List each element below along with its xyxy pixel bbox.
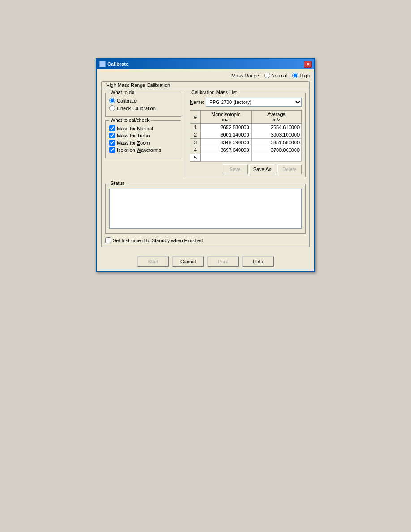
- row-5-mono[interactable]: [201, 154, 251, 162]
- tab-button[interactable]: High Mass Range Calibration: [101, 81, 310, 89]
- standby-row: Set Instrument to Standby when Finished: [105, 237, 306, 243]
- mass-turbo-text: Mass for Turbo: [117, 133, 150, 138]
- table-row: 1 2652.880000 2654.610000: [190, 124, 302, 131]
- title-bar-left: Calibrate: [99, 61, 128, 67]
- calibration-table: # Monoisotopicm/z Averagem/z 1 2652.8800…: [190, 110, 302, 162]
- row-5-avg[interactable]: [251, 154, 301, 162]
- row-3-avg[interactable]: 3351.580000: [251, 139, 301, 146]
- mass-range-label: Mass Range:: [231, 73, 261, 78]
- what-to-cal-group: What to cal/check Mass for Normal Mass f…: [105, 120, 181, 158]
- mass-normal-text: Mass for Normal: [117, 126, 153, 131]
- mass-range-radio-group: Normal High: [264, 73, 310, 78]
- mass-range-high-label[interactable]: High: [292, 73, 310, 78]
- dialog-body: Mass Range: Normal High High Mass Range …: [97, 69, 314, 252]
- row-3-num: 3: [190, 139, 201, 146]
- cal-mass-list-content: Name: PPG 2700 (factory) # Monoisotopicm…: [190, 96, 302, 174]
- what-to-do-title: What to do: [109, 90, 136, 95]
- left-panel: What to do Calibrate Check Calibration: [105, 93, 181, 181]
- mass-turbo-checkbox[interactable]: [109, 133, 115, 138]
- dialog-icon: [99, 61, 106, 67]
- help-button[interactable]: Help: [242, 256, 274, 267]
- columns: What to do Calibrate Check Calibration: [105, 93, 306, 181]
- isolation-waveforms-label[interactable]: Isolation Waveforms: [109, 147, 177, 153]
- save-as-button[interactable]: Save As: [249, 164, 275, 174]
- row-5-num: 5: [190, 154, 201, 162]
- status-textarea[interactable]: [109, 189, 302, 229]
- isolation-waveforms-text: Isolation Waveforms: [117, 147, 161, 153]
- name-select[interactable]: PPG 2700 (factory): [206, 98, 302, 107]
- row-2-mono[interactable]: 3001.140000: [201, 131, 251, 139]
- standby-label: Set Instrument to Standby when Finished: [113, 238, 203, 243]
- calibrate-text: Calibrate: [117, 98, 137, 103]
- what-to-do-group: What to do Calibrate Check Calibration: [105, 93, 181, 117]
- calibrate-radio[interactable]: [109, 98, 115, 103]
- status-title: Status: [109, 180, 126, 186]
- mass-normal-checkbox[interactable]: [109, 125, 115, 131]
- cal-mass-list-title: Calibration Mass List: [190, 90, 238, 95]
- col-num-header: #: [190, 111, 201, 124]
- mass-range-row: Mass Range: Normal High: [101, 73, 310, 78]
- name-row: Name: PPG 2700 (factory): [190, 98, 302, 107]
- close-button[interactable]: ✕: [304, 61, 312, 68]
- mass-range-high-text: High: [300, 73, 310, 78]
- cal-mass-list-group: Calibration Mass List Name: PPG 2700 (fa…: [186, 93, 306, 177]
- delete-button[interactable]: Delete: [277, 164, 302, 174]
- mass-normal-label[interactable]: Mass for Normal: [109, 125, 177, 131]
- calibrate-radio-label[interactable]: Calibrate: [109, 98, 177, 103]
- mass-zoom-checkbox[interactable]: [109, 140, 115, 146]
- isolation-waveforms-checkbox[interactable]: [109, 147, 115, 153]
- table-row: 4 3697.640000 3700.060000: [190, 146, 302, 154]
- row-4-mono[interactable]: 3697.640000: [201, 146, 251, 154]
- row-2-num: 2: [190, 131, 201, 139]
- main-content: What to do Calibrate Check Calibration: [101, 89, 310, 247]
- what-to-cal-title: What to cal/check: [109, 117, 151, 123]
- what-to-cal-content: Mass for Normal Mass for Turbo Mass for …: [109, 124, 177, 153]
- table-row: 2 3001.140000 3003.100000: [190, 131, 302, 139]
- col-avg-header: Averagem/z: [251, 111, 301, 124]
- row-1-mono[interactable]: 2652.880000: [201, 124, 251, 131]
- mass-turbo-label[interactable]: Mass for Turbo: [109, 133, 177, 138]
- print-button[interactable]: Print: [207, 256, 239, 267]
- save-button[interactable]: Save: [223, 164, 248, 174]
- mass-zoom-label[interactable]: Mass for Zoom: [109, 140, 177, 146]
- row-4-num: 4: [190, 146, 201, 154]
- right-panel: Calibration Mass List Name: PPG 2700 (fa…: [186, 93, 306, 181]
- check-calibration-text: Check Calibration: [117, 106, 156, 111]
- mass-zoom-text: Mass for Zoom: [117, 140, 150, 146]
- row-3-mono[interactable]: 3349.390000: [201, 139, 251, 146]
- row-1-avg[interactable]: 2654.610000: [251, 124, 301, 131]
- row-2-avg[interactable]: 3003.100000: [251, 131, 301, 139]
- name-label: Name:: [190, 99, 204, 105]
- footer-buttons: Start Cancel Print Help: [97, 256, 314, 267]
- calibrate-dialog: Calibrate ✕ Mass Range: Normal High High…: [96, 58, 315, 272]
- standby-checkbox[interactable]: [105, 237, 111, 243]
- cancel-button[interactable]: Cancel: [172, 256, 204, 267]
- title-bar: Calibrate ✕: [97, 59, 314, 69]
- row-4-avg[interactable]: 3700.060000: [251, 146, 301, 154]
- cal-table-buttons: Save Save As Delete: [190, 164, 302, 174]
- table-row: 5: [190, 154, 302, 162]
- mass-range-high-radio[interactable]: [292, 73, 298, 78]
- mass-range-normal-radio[interactable]: [264, 73, 270, 78]
- mass-range-normal-label[interactable]: Normal: [264, 73, 287, 78]
- table-row: 3 3349.390000 3351.580000: [190, 139, 302, 146]
- start-button[interactable]: Start: [137, 256, 169, 267]
- check-calibration-radio-label[interactable]: Check Calibration: [109, 105, 177, 111]
- col-mono-header: Monoisotopicm/z: [201, 111, 251, 124]
- status-group: Status: [105, 184, 306, 234]
- dialog-title: Calibrate: [107, 61, 128, 67]
- what-to-do-content: Calibrate Check Calibration: [109, 96, 177, 111]
- row-1-num: 1: [190, 124, 201, 131]
- mass-range-normal-text: Normal: [271, 73, 287, 78]
- check-calibration-radio[interactable]: [109, 105, 115, 111]
